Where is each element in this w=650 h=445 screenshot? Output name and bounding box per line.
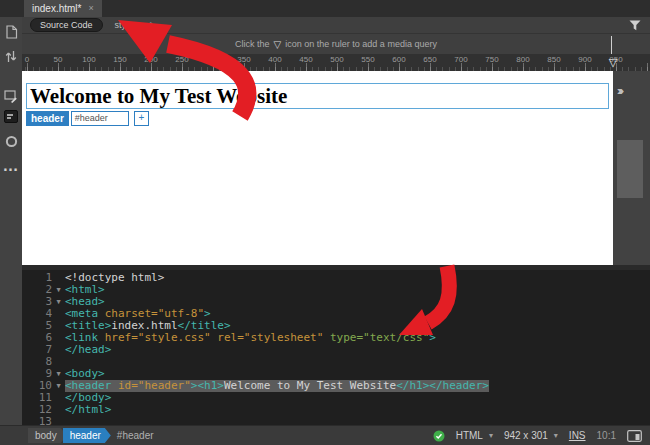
ruler-label: 300 [206,55,219,64]
element-tag-badge[interactable]: header [26,111,69,126]
code-segment: type="text/css" [330,331,429,344]
insert-mode-indicator[interactable]: INS [569,430,586,441]
ruler-label: 150 [113,55,126,64]
fold-icon [52,272,65,284]
code-line[interactable]: 7</head> [22,344,650,356]
code-segment: href="style.css" rel="stylesheet" [105,331,330,344]
media-query-marker-line [611,36,612,54]
fold-icon [52,404,65,416]
code-text[interactable]: </head> [65,344,111,356]
tab-title: index.html* [32,0,81,17]
code-text[interactable]: <header id="header"><h1>Welcome to My Te… [65,380,489,392]
ruler[interactable]: 0501001502002503003504004505005506006507… [22,54,650,71]
code-line[interactable]: 1<!doctype html> [22,272,650,284]
fold-icon[interactable]: ▼ [52,380,65,392]
chevron-down-icon: ▾ [554,431,558,440]
ruler-label: 0 [25,55,29,64]
code-line[interactable]: 10▼<header id="header"><h1>Welcome to My… [22,380,650,392]
ruler-label: 600 [392,55,405,64]
code-line[interactable]: 11</body> [22,392,650,404]
element-id-field[interactable]: #header [71,111,129,126]
overflow-chevrons-icon[interactable]: ›››› [617,84,621,98]
hint-bar: Click the ▽ icon on the ruler to add a m… [22,34,650,54]
ruler-label: 250 [175,55,188,64]
code-view[interactable]: 1<!doctype html>2▼<html>3▼<head>4<meta c… [22,270,650,425]
hint-text-after: icon on the ruler to add a media query [285,39,437,49]
code-segment: </head> [65,343,111,356]
code-text[interactable]: <link href="style.css" rel="stylesheet" … [65,332,436,344]
code-segment: id="header" [118,379,191,392]
ruler-label: 900 [578,55,591,64]
ruler-marker-icon[interactable]: ▽ [609,57,617,68]
status-bar: body header #header HTML ▾ 942 x 301 ▾ I… [0,425,650,445]
device-preview-icon[interactable] [627,430,642,442]
stylesheet-file-button[interactable]: style.css* [115,20,153,30]
tab-index-html[interactable]: index.html* × [24,0,102,17]
code-line[interactable]: 12</html> [22,404,650,416]
page-heading[interactable]: Welcome to My Test Website [27,84,608,108]
window-size-value: 942 x 301 [504,430,548,441]
more-options-icon[interactable]: … [0,157,22,175]
fold-icon[interactable]: ▼ [52,368,65,380]
code-segment: ><h1> [191,379,224,392]
ruler-label: 850 [547,55,560,64]
source-code-button[interactable]: Source Code [30,18,103,32]
chevron-down-icon: ▾ [489,431,493,440]
ruler-label: 750 [485,55,498,64]
left-toolbar: … [0,17,22,425]
code-segment: > [429,331,436,344]
inspect-mode-icon[interactable] [0,132,22,150]
tag-selector-header[interactable]: header [63,428,111,443]
tag-selector-body[interactable]: body [28,428,67,443]
code-line[interactable]: 8 [22,356,650,368]
ruler-label: 650 [423,55,436,64]
fold-icon [52,392,65,404]
code-snippets-icon[interactable] [0,107,22,125]
doc-type-select[interactable]: HTML ▾ [456,430,493,441]
fold-icon [52,344,65,356]
code-segment: </html> [65,403,111,416]
ruler-label: 700 [454,55,467,64]
related-files-bar: Source Code style.css* [22,17,650,34]
design-right-gutter: ›››› [613,71,650,265]
ruler-label: 550 [361,55,374,64]
filter-icon[interactable] [629,20,641,31]
ruler-label: 450 [299,55,312,64]
code-text[interactable]: </html> [65,404,111,416]
open-documents-icon[interactable] [0,23,22,41]
media-query-marker-icon: ▽ [274,39,282,50]
element-display: header #header + [26,111,149,126]
tab-close-icon[interactable]: × [88,4,93,13]
lint-ok-icon[interactable] [433,430,445,442]
ruler-label: 200 [144,55,157,64]
selected-heading-box[interactable]: Welcome to My Test Website [26,83,609,109]
design-view[interactable]: Welcome to My Test Website header #heade… [22,71,613,265]
file-management-icon[interactable] [0,47,22,65]
code-segment: </h1></header> [396,379,489,392]
window-size-select[interactable]: 942 x 301 ▾ [504,430,558,441]
cursor-position: 10:1 [597,430,616,441]
dreamweaver-window: index.html* × Source Code style.css* Cli… [0,0,650,445]
doc-type-value: HTML [456,430,483,441]
ruler-label: 100 [82,55,95,64]
tab-bar: index.html* × [0,0,650,17]
code-line[interactable]: 2▼<html> [22,284,650,296]
status-right: HTML ▾ 942 x 301 ▾ INS 10:1 [433,430,642,442]
tag-selector: body header #header [28,428,154,443]
live-view-icon[interactable] [0,87,22,105]
ruler-label: 50 [54,55,63,64]
hint-text-before: Click the [235,39,270,49]
ruler-label: 400 [268,55,281,64]
ruler-label: 500 [330,55,343,64]
fold-icon [52,320,65,332]
code-line[interactable]: 6<link href="style.css" rel="stylesheet"… [22,332,650,344]
fold-icon [52,308,65,320]
design-scrollbar[interactable] [617,140,643,198]
fold-icon[interactable]: ▼ [52,284,65,296]
ruler-label: 800 [516,55,529,64]
fold-icon[interactable]: ▼ [52,296,65,308]
ruler-label: 350 [237,55,250,64]
fold-icon [52,356,65,368]
tag-selector-id[interactable]: #header [117,430,154,441]
element-add-button[interactable]: + [134,111,149,126]
